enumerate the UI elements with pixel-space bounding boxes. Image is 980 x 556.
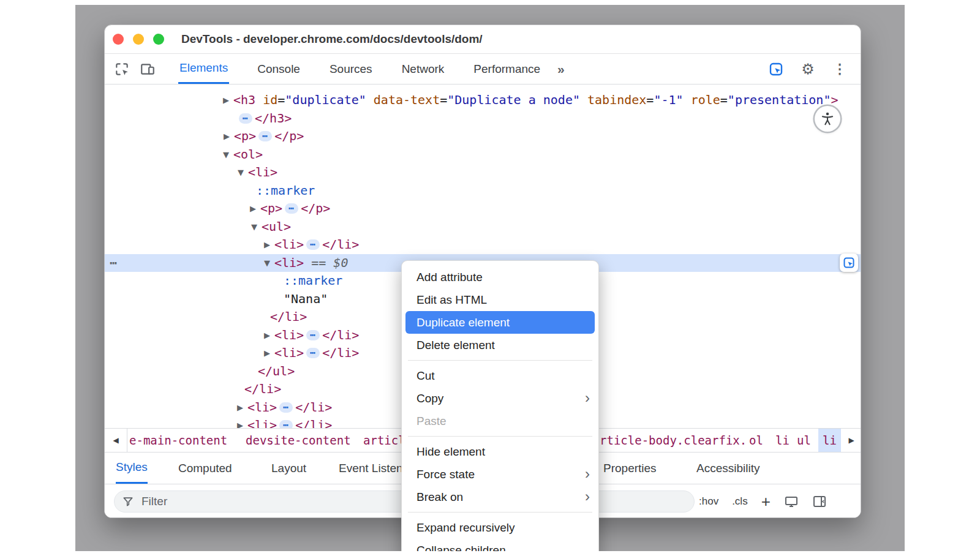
traffic-lights (113, 34, 164, 45)
dom-tree-row[interactable]: ▼<li> (105, 163, 861, 182)
menu-item-collapse-children[interactable]: Collapse children (402, 539, 598, 551)
screenshot-canvas: { "colors": { "accent": "#1a73e8", "sele… (0, 0, 980, 556)
inline-expand-icon[interactable]: ⋯ (279, 420, 293, 428)
inline-expand-icon[interactable]: ⋯ (285, 203, 298, 214)
tab-computed[interactable]: Computed (178, 453, 232, 484)
expand-arrow-icon[interactable]: ▶ (248, 200, 258, 218)
menu-item-copy[interactable]: Copy› (402, 387, 598, 410)
more-menu-icon[interactable]: ⋮ (831, 61, 848, 78)
close-window-button[interactable] (113, 34, 124, 45)
inspect-element-icon[interactable] (113, 61, 130, 78)
dom-tree-row[interactable]: ▶<li>⋯</li> (105, 236, 861, 254)
context-menu: Add attributeEdit as HTMLDuplicate eleme… (401, 260, 599, 551)
code-token: == $0 (311, 255, 348, 270)
dom-tree-row[interactable]: ⋯</h3> (105, 110, 861, 128)
code-token: "Duplicate a node" (447, 92, 580, 107)
code-token: role (691, 92, 720, 107)
expand-arrow-icon[interactable]: ▶ (262, 326, 272, 345)
toolbar-tabs: ElementsConsoleSourcesNetworkPerformance (178, 54, 541, 84)
expand-arrow-icon[interactable]: ▶ (222, 127, 232, 146)
zoom-window-button[interactable] (153, 34, 164, 45)
tab-styles[interactable]: Styles (116, 453, 148, 484)
dom-tree-row[interactable]: ▶<h3 id="duplicate" data-text="Duplicate… (105, 91, 861, 110)
tab-accessibility[interactable]: Accessibility (696, 453, 760, 484)
tab-sources[interactable]: Sources (328, 54, 374, 84)
inline-expand-icon[interactable]: ⋯ (306, 348, 320, 358)
dom-tree-row[interactable]: ▶<p>⋯</p> (105, 200, 861, 218)
device-toolbar-icon[interactable] (139, 61, 156, 78)
toggle-sidebar-icon[interactable] (812, 494, 827, 509)
expand-arrow-icon[interactable]: ▶ (235, 416, 245, 428)
styles-toolbar-controls: :hov .cls + (699, 484, 827, 518)
breadcrumb-scroll-left-icon[interactable]: ◀ (105, 429, 127, 452)
accessibility-icon[interactable] (815, 106, 840, 132)
tab-performance[interactable]: Performance (472, 54, 541, 84)
menu-item-edit-as-html[interactable]: Edit as HTML (402, 288, 598, 311)
tab-network[interactable]: Network (401, 54, 446, 84)
dom-tree-row[interactable]: ▼<ul> (105, 218, 861, 236)
menu-item-break-on[interactable]: Break on› (402, 486, 598, 508)
collapse-arrow-icon[interactable]: ▼ (221, 146, 231, 164)
class-toggle-button[interactable]: .cls (732, 495, 748, 508)
menu-item-add-attribute[interactable]: Add attribute (402, 266, 598, 288)
code-token: = (646, 92, 654, 107)
menu-item-delete-element[interactable]: Delete element (402, 334, 598, 356)
breadcrumb-item[interactable]: rticle-body.clearfix. (600, 429, 747, 452)
tab-console[interactable]: Console (256, 54, 301, 84)
breadcrumb-scroll-right-icon[interactable]: ▶ (840, 429, 861, 452)
breadcrumb-item[interactable]: devsite-content (246, 429, 351, 452)
inline-expand-icon[interactable]: ⋯ (239, 113, 252, 124)
dom-tree-row[interactable]: ::marker (105, 182, 861, 200)
tab-elements[interactable]: Elements (178, 54, 229, 84)
breadcrumb-item[interactable]: ol (749, 429, 763, 452)
new-style-rule-icon[interactable]: + (761, 494, 771, 509)
inspect-overlay-icon[interactable] (767, 61, 785, 78)
expand-arrow-icon[interactable]: ▶ (262, 236, 272, 254)
expand-arrow-icon[interactable]: ▶ (221, 91, 231, 110)
code-token: = (720, 92, 728, 107)
code-token: </li> (322, 237, 359, 252)
dom-tree-row[interactable]: ▼<ol> (105, 146, 861, 164)
settings-gear-icon[interactable]: ⚙ (799, 61, 816, 78)
code-token: <li> (247, 418, 277, 428)
code-token: = (440, 92, 447, 107)
inspect-overlay-badge-icon[interactable] (840, 254, 858, 272)
expand-arrow-icon[interactable]: ▶ (235, 399, 245, 417)
code-token: </li> (270, 309, 307, 324)
breadcrumb-item[interactable]: li (775, 429, 790, 452)
submenu-arrow-icon: › (585, 463, 590, 484)
code-token: tabindex (587, 92, 646, 107)
collapse-arrow-icon[interactable]: ▼ (236, 163, 246, 182)
code-token: </h3> (255, 111, 292, 126)
code-token: </p> (274, 129, 304, 143)
menu-item-expand-recursively[interactable]: Expand recursively (402, 516, 598, 539)
filter-input[interactable] (140, 494, 326, 509)
breadcrumb-item-selected[interactable]: li (818, 429, 841, 452)
code-token: "duplicate" (285, 92, 366, 107)
dom-tree-row[interactable]: ▶<p>⋯</p> (105, 127, 861, 146)
menu-item-duplicate-element[interactable]: Duplicate element (405, 311, 595, 334)
menu-item-hide-element[interactable]: Hide element (402, 440, 598, 463)
inline-expand-icon[interactable]: ⋯ (258, 131, 272, 141)
screenshot-backdrop: DevTools - developer.chrome.com/docs/dev… (75, 5, 905, 551)
tab-layout[interactable]: Layout (271, 453, 306, 484)
inline-expand-icon[interactable]: ⋯ (306, 330, 320, 340)
code-token: id (263, 92, 277, 107)
minimize-window-button[interactable] (133, 34, 144, 45)
breadcrumb-item[interactable]: e-main-content (129, 429, 227, 452)
rendering-icon[interactable] (784, 494, 799, 509)
inline-expand-icon[interactable]: ⋯ (306, 239, 320, 250)
code-token: = (277, 92, 285, 107)
expand-arrow-icon[interactable]: ▶ (262, 344, 272, 363)
menu-item-cut[interactable]: Cut (402, 364, 598, 387)
pseudo-state-button[interactable]: :hov (699, 495, 718, 508)
row-options-icon[interactable]: ⋯ (110, 254, 118, 272)
code-token: </li> (295, 400, 332, 415)
collapse-arrow-icon[interactable]: ▼ (262, 254, 272, 272)
collapse-arrow-icon[interactable]: ▼ (249, 218, 259, 236)
menu-item-force-state[interactable]: Force state› (402, 463, 598, 486)
more-panels-icon[interactable]: » (557, 62, 565, 77)
breadcrumb-item[interactable]: ul (797, 429, 811, 452)
inline-expand-icon[interactable]: ⋯ (279, 402, 293, 413)
tab-properties[interactable]: Properties (603, 453, 657, 484)
